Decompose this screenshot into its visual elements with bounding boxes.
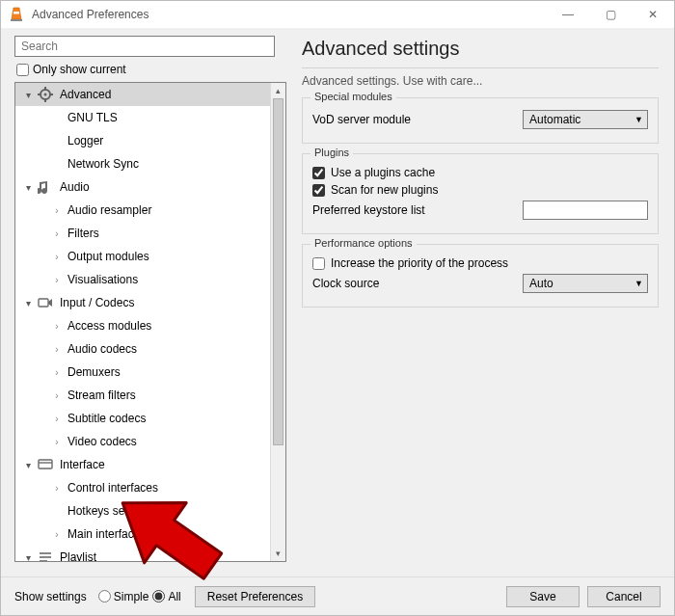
group-legend: Performance options [310,237,417,249]
tree-item[interactable]: Logger [15,129,270,152]
only-show-current[interactable]: Only show current [16,63,290,76]
chevron-right-icon[interactable]: › [52,367,62,378]
tree-cat-playlist[interactable]: ▾ Playlist [15,546,270,561]
cancel-button[interactable]: Cancel [587,586,661,607]
only-show-current-label: Only show current [33,63,126,76]
close-button[interactable]: ✕ [632,1,674,28]
scroll-up-icon[interactable]: ▴ [271,83,285,98]
right-pane: Advanced settings Advanced settings. Use… [290,28,674,576]
chevron-right-icon[interactable]: › [52,228,62,239]
svg-rect-10 [39,460,52,469]
scan-new-plugins-row[interactable]: Scan for new plugins [312,183,648,197]
save-button[interactable]: Save [506,586,580,607]
show-all-radio[interactable] [152,590,165,603]
gear-icon [37,86,54,103]
chevron-down-icon[interactable]: ▾ [21,298,35,308]
footer: Show settings Simple All Reset Preferenc… [1,576,674,615]
show-all-option[interactable]: All [152,590,180,603]
scroll-down-icon[interactable]: ▾ [271,546,285,561]
use-plugins-cache-row[interactable]: Use a plugins cache [312,166,648,179]
chevron-right-icon[interactable]: › [52,529,62,540]
use-plugins-cache-label: Use a plugins cache [331,166,435,179]
minimize-button[interactable]: — [547,1,589,28]
tree-cat-label: Advanced [60,88,111,101]
tree-viewport: ▾ Advanced GNU TLS Logger Network Sync ▾… [15,83,270,561]
chevron-down-icon[interactable]: ▾ [21,552,35,562]
tree-cat-advanced[interactable]: ▾ Advanced [15,83,270,106]
tree-item[interactable]: ›Demuxers [15,361,270,384]
playlist-icon [37,549,54,561]
footer-right: Save Cancel [506,586,661,607]
keystore-input[interactable] [523,201,648,220]
show-simple-option[interactable]: Simple [98,590,149,603]
footer-left: Show settings Simple All Reset Preferenc… [14,586,315,607]
combo-value: Auto [529,277,554,290]
chevron-right-icon[interactable]: › [52,437,62,447]
group-legend: Special modules [310,91,396,102]
tree-scrollbar[interactable]: ▴ ▾ [270,83,285,561]
clock-source-combo[interactable]: Auto ▼ [523,274,648,293]
chevron-right-icon[interactable]: › [52,275,62,285]
client-area: Only show current ▾ Advanced GNU TLS Log… [1,28,674,576]
tree-item[interactable]: ›Visualisations [15,268,270,291]
chevron-right-icon[interactable]: › [52,483,62,494]
tree-cat-label: Playlist [60,550,96,561]
tree-item[interactable]: ›Control interfaces [15,476,270,499]
page-title: Advanced settings [302,38,659,60]
tree-item[interactable]: GNU TLS [15,106,270,129]
tree-cat-audio[interactable]: ▾ Audio [15,175,270,199]
increase-priority-checkbox[interactable] [312,257,325,270]
scan-new-plugins-checkbox[interactable] [312,184,325,197]
tree-item[interactable]: ›Filters [15,222,270,245]
preferences-window: Advanced Preferences — ▢ ✕ Only show cur… [0,0,675,616]
use-plugins-cache-checkbox[interactable] [312,167,325,179]
increase-priority-row[interactable]: Increase the priority of the process [312,256,648,270]
tree-item[interactable]: ›Stream filters [15,384,270,407]
group-legend: Plugins [310,147,353,158]
maximize-button[interactable]: ▢ [589,1,632,28]
group-performance: Performance options Increase the priorit… [302,244,659,308]
window-controls: — ▢ ✕ [547,1,674,28]
chevron-right-icon[interactable]: › [52,344,62,355]
only-show-current-checkbox[interactable] [16,64,29,76]
settings-tree: ▾ Advanced GNU TLS Logger Network Sync ▾… [14,82,286,562]
scrollbar-thumb[interactable] [273,98,284,445]
search-input[interactable] [14,36,275,57]
tree-cat-interface[interactable]: ▾ Interface [15,453,270,476]
audio-icon [37,178,54,196]
chevron-right-icon[interactable]: › [52,414,62,424]
chevron-right-icon[interactable]: › [52,321,62,332]
keystore-label: Preferred keystore list [312,203,425,217]
increase-priority-label: Increase the priority of the process [331,256,508,270]
tree-item[interactable]: ›Audio resampler [15,199,270,222]
show-simple-radio[interactable] [98,590,111,603]
chevron-right-icon[interactable]: › [52,252,62,262]
tree-item[interactable]: ›Video codecs [15,430,270,453]
show-settings-label: Show settings [14,590,87,603]
tree-item[interactable]: Hotkeys settings [15,499,270,522]
interface-icon [37,456,54,473]
chevron-down-icon[interactable]: ▾ [21,182,35,193]
tree-item[interactable]: ›Subtitle codecs [15,407,270,430]
chevron-right-icon[interactable]: › [52,390,62,401]
tree-cat-input-codecs[interactable]: ▾ Input / Codecs [15,291,270,314]
chevron-down-icon[interactable]: ▾ [21,460,35,470]
svg-rect-1 [14,12,19,14]
vod-server-combo[interactable]: Automatic ▼ [523,110,648,129]
chevron-right-icon[interactable]: › [52,205,62,216]
page-subtitle: Advanced settings. Use with care... [302,67,659,88]
tree-item[interactable]: ›Audio codecs [15,337,270,361]
chevron-down-icon[interactable]: ▾ [21,90,35,100]
titlebar: Advanced Preferences — ▢ ✕ [1,1,674,28]
input-icon [37,294,54,311]
tree-cat-label: Input / Codecs [60,296,134,309]
tree-item[interactable]: ›Access modules [15,314,270,337]
tree-item[interactable]: ›Output modules [15,245,270,268]
tree-cat-label: Audio [60,180,90,194]
group-plugins: Plugins Use a plugins cache Scan for new… [302,153,659,234]
window-title: Advanced Preferences [32,8,547,21]
tree-item[interactable]: Network Sync [15,152,270,175]
reset-preferences-button[interactable]: Reset Preferences [195,586,315,607]
svg-point-4 [44,94,47,96]
tree-item[interactable]: ›Main interfaces [15,522,270,546]
